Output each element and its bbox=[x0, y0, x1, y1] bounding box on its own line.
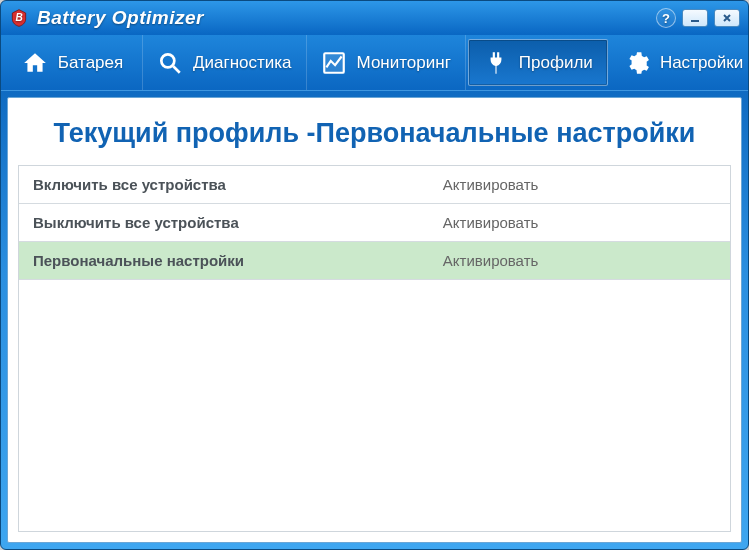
svg-rect-1 bbox=[691, 20, 699, 22]
help-button[interactable]: ? bbox=[656, 8, 676, 28]
table-row: Выключить все устройства Активировать bbox=[19, 204, 730, 242]
page-title: Текущий профиль -Первоначальные настройк… bbox=[18, 106, 731, 165]
nav-diagnostics[interactable]: Диагностика bbox=[143, 35, 307, 90]
activate-link[interactable]: Активировать bbox=[443, 176, 716, 193]
nav-label: Мониторинг bbox=[357, 53, 451, 73]
table-row: Включить все устройства Активировать bbox=[19, 166, 730, 204]
content-frame: Текущий профиль -Первоначальные настройк… bbox=[7, 97, 742, 543]
profile-name: Выключить все устройства bbox=[33, 214, 443, 231]
nav-label: Настройки bbox=[660, 53, 743, 73]
activate-link[interactable]: Активировать bbox=[443, 214, 716, 231]
nav-settings[interactable]: Настройки bbox=[610, 35, 749, 90]
profile-name: Включить все устройства bbox=[33, 176, 443, 193]
svg-point-2 bbox=[161, 54, 174, 67]
activate-link[interactable]: Активировать bbox=[443, 252, 716, 269]
gear-icon bbox=[624, 50, 650, 76]
home-icon bbox=[22, 50, 48, 76]
nav-label: Батарея bbox=[58, 53, 123, 73]
close-button[interactable] bbox=[714, 9, 740, 27]
titlebar: B Battery Optimizer ? bbox=[1, 1, 748, 35]
profiles-table: Включить все устройства Активировать Вык… bbox=[18, 165, 731, 532]
nav-label: Профили bbox=[519, 53, 593, 73]
app-logo-icon: B bbox=[9, 8, 29, 28]
minimize-button[interactable] bbox=[682, 9, 708, 27]
nav-bar: Батарея Диагностика Мониторинг Профили Н… bbox=[1, 35, 748, 91]
profile-name: Первоначальные настройки bbox=[33, 252, 443, 269]
nav-label: Диагностика bbox=[193, 53, 292, 73]
app-title: Battery Optimizer bbox=[37, 7, 656, 29]
nav-monitoring[interactable]: Мониторинг bbox=[307, 35, 466, 90]
search-icon bbox=[157, 50, 183, 76]
nav-battery[interactable]: Батарея bbox=[3, 35, 143, 90]
chart-icon bbox=[321, 50, 347, 76]
svg-text:B: B bbox=[15, 12, 22, 23]
plug-icon bbox=[483, 50, 509, 76]
nav-profiles[interactable]: Профили bbox=[468, 39, 608, 86]
app-window: B Battery Optimizer ? Батарея Диагностик… bbox=[0, 0, 749, 550]
table-row: Первоначальные настройки Активировать bbox=[19, 242, 730, 280]
